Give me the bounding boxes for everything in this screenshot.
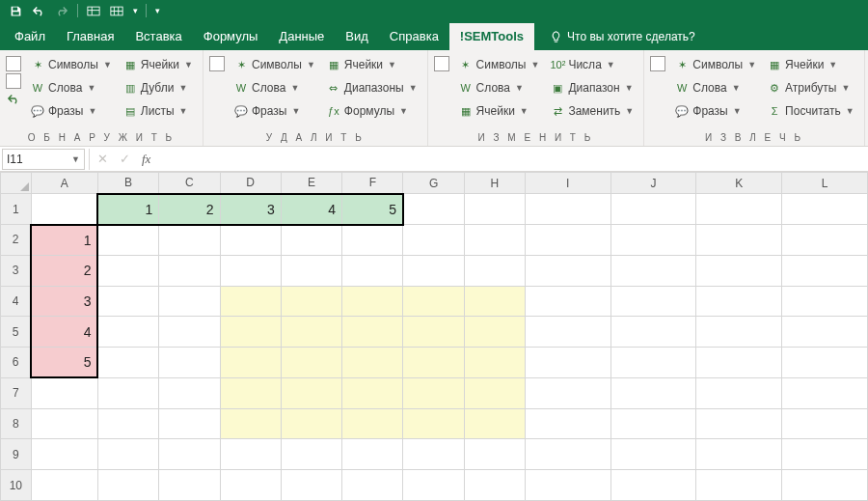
- cell-J5[interactable]: [610, 317, 696, 348]
- ribbon-btn-формулы[interactable]: ƒxФормулы▼: [323, 100, 421, 122]
- cell-A4[interactable]: 3: [31, 286, 97, 317]
- chevron-down-icon[interactable]: ▼: [732, 83, 741, 93]
- col-header-E[interactable]: E: [281, 173, 341, 194]
- ribbon-btn-диапазоны[interactable]: ⇔Диапазоны▼: [323, 77, 421, 98]
- cell-D10[interactable]: [220, 470, 281, 501]
- cell-I6[interactable]: [525, 348, 610, 378]
- ribbon-btn-атрибуты[interactable]: ⚙Атрибуты▼: [764, 77, 858, 98]
- cell-D3[interactable]: [220, 255, 281, 286]
- cell-L7[interactable]: [782, 377, 868, 408]
- col-header-H[interactable]: H: [464, 173, 525, 194]
- cell-I2[interactable]: [525, 225, 610, 256]
- cell-C7[interactable]: [159, 377, 220, 408]
- cell-G9[interactable]: [403, 439, 464, 470]
- chevron-down-icon[interactable]: ▼: [747, 60, 756, 70]
- chevron-down-icon[interactable]: ▼: [184, 60, 193, 70]
- chevron-down-icon[interactable]: ▼: [515, 83, 524, 93]
- cell-J1[interactable]: [610, 194, 696, 225]
- cell-E8[interactable]: [281, 408, 341, 439]
- row-header-6[interactable]: 6: [1, 348, 32, 378]
- ribbon-btn-фразы[interactable]: 💬Фразы▼: [231, 100, 319, 122]
- cancel-formula-icon[interactable]: ✕: [97, 152, 108, 166]
- cell-H3[interactable]: [464, 255, 525, 286]
- ribbon-btn-ячейки[interactable]: ▦Ячейки▼: [455, 100, 544, 122]
- cell-A6[interactable]: 5: [31, 348, 97, 378]
- col-header-C[interactable]: C: [159, 173, 220, 194]
- cell-G1[interactable]: [403, 194, 464, 225]
- ribbon-btn-фразы[interactable]: 💬Фразы▼: [671, 100, 760, 122]
- cell-L2[interactable]: [782, 225, 868, 256]
- cell-F10[interactable]: [342, 470, 403, 501]
- cell-L5[interactable]: [782, 317, 868, 348]
- enter-formula-icon[interactable]: ✓: [120, 152, 130, 166]
- cell-F7[interactable]: [342, 377, 403, 408]
- qat-customize-icon[interactable]: ▾: [152, 2, 162, 19]
- cell-B1[interactable]: 1: [97, 194, 158, 225]
- col-header-B[interactable]: B: [97, 173, 158, 194]
- chevron-down-icon[interactable]: ▼: [625, 83, 634, 93]
- chevron-down-icon[interactable]: ▼: [607, 60, 615, 70]
- cell-K6[interactable]: [696, 348, 782, 378]
- cell-F8[interactable]: [342, 408, 403, 439]
- cell-H1[interactable]: [464, 194, 525, 225]
- cell-A8[interactable]: [31, 408, 97, 439]
- cell-K1[interactable]: [696, 194, 782, 225]
- checkbox-icon[interactable]: [6, 73, 21, 89]
- chevron-down-icon[interactable]: ▼: [409, 83, 418, 93]
- ribbon-btn-слова[interactable]: WСлова▼: [231, 77, 319, 98]
- cell-D1[interactable]: 3: [220, 194, 281, 225]
- cell-H9[interactable]: [464, 439, 525, 470]
- checkbox-icon[interactable]: [209, 56, 225, 71]
- tab-файл[interactable]: Файл: [4, 23, 56, 50]
- row-header-10[interactable]: 10: [1, 470, 32, 501]
- ribbon-btn-символы[interactable]: ✶Символы▼: [27, 54, 116, 75]
- cell-E2[interactable]: [281, 225, 341, 256]
- ribbon-btn-ячейки[interactable]: ▦Ячейки▼: [323, 54, 421, 75]
- qat-btn-2[interactable]: [107, 2, 126, 19]
- chevron-down-icon[interactable]: ▼: [179, 106, 188, 116]
- tab-!semtools[interactable]: !SEMTools: [449, 23, 534, 50]
- cell-F1[interactable]: 5: [342, 194, 403, 225]
- col-header-F[interactable]: F: [342, 173, 403, 194]
- cell-B5[interactable]: [97, 317, 158, 348]
- chevron-down-icon[interactable]: ▼: [71, 154, 80, 164]
- cell-H10[interactable]: [464, 470, 525, 501]
- row-header-5[interactable]: 5: [1, 317, 32, 348]
- cell-L8[interactable]: [782, 408, 868, 439]
- cell-J3[interactable]: [610, 255, 696, 286]
- cell-A9[interactable]: [31, 439, 97, 470]
- cell-A1[interactable]: [31, 194, 97, 225]
- cell-G2[interactable]: [403, 225, 464, 256]
- cell-E4[interactable]: [281, 286, 341, 317]
- cell-C9[interactable]: [159, 439, 220, 470]
- cell-F2[interactable]: [342, 225, 403, 256]
- cell-D8[interactable]: [220, 408, 281, 439]
- tab-данные[interactable]: Данные: [268, 23, 335, 50]
- col-header-L[interactable]: L: [782, 173, 868, 194]
- chevron-down-icon[interactable]: ▼: [399, 106, 408, 116]
- cell-K3[interactable]: [696, 255, 782, 286]
- tab-формулы[interactable]: Формулы: [193, 23, 269, 50]
- tab-главная[interactable]: Главная: [56, 23, 124, 50]
- cell-I1[interactable]: [525, 194, 610, 225]
- col-header-J[interactable]: J: [610, 173, 696, 194]
- chevron-down-icon[interactable]: ▼: [846, 106, 854, 116]
- cell-A2[interactable]: 1: [31, 225, 97, 256]
- cell-G7[interactable]: [403, 377, 464, 408]
- cell-E1[interactable]: 4: [281, 194, 341, 225]
- cell-G6[interactable]: [403, 348, 464, 378]
- cell-H6[interactable]: [464, 348, 525, 378]
- cell-G4[interactable]: [403, 286, 464, 317]
- undo-small-icon[interactable]: [6, 91, 21, 106]
- chevron-down-icon[interactable]: ▼: [520, 106, 529, 116]
- cell-B9[interactable]: [97, 439, 158, 470]
- cell-A7[interactable]: [31, 377, 97, 408]
- cell-B2[interactable]: [97, 225, 158, 256]
- formula-input[interactable]: [158, 149, 868, 170]
- chevron-down-icon[interactable]: ▼: [531, 60, 540, 70]
- ribbon-btn-заменить[interactable]: ⇄Заменить▼: [547, 100, 637, 122]
- undo-icon[interactable]: [29, 2, 48, 19]
- chevron-down-icon[interactable]: ▼: [841, 83, 850, 93]
- cell-J4[interactable]: [610, 286, 696, 317]
- cell-I5[interactable]: [525, 317, 610, 348]
